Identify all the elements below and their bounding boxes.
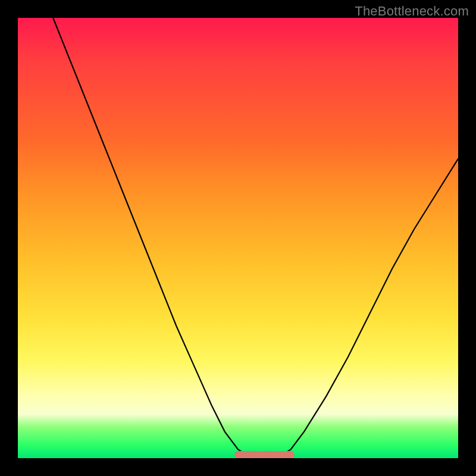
watermark-label: TheBottleneck.com: [355, 4, 469, 19]
curve-svg: [18, 18, 458, 458]
chart-plot-area: [18, 18, 458, 458]
outer-frame: TheBottleneck.com: [0, 0, 476, 476]
bottleneck-curve-path: [53, 18, 458, 458]
